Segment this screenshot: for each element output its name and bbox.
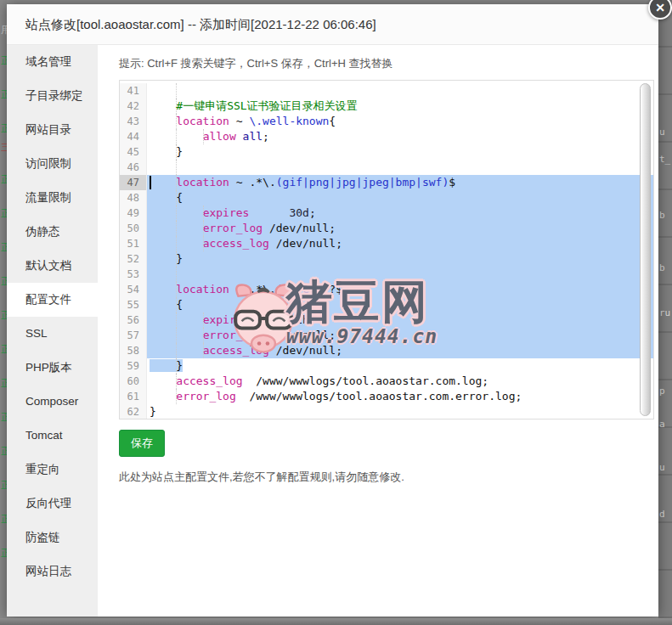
line-number: 50 [120,221,147,236]
sidebar-item[interactable]: 子目录绑定 [7,79,98,113]
close-icon: ✕ [655,1,665,14]
sidebar-item[interactable]: 配置文件 [7,283,98,317]
line-number: 48 [120,190,147,206]
code-line: 55 { [120,297,653,312]
code-text: } [147,404,653,419]
code-line: 53 [120,267,653,282]
footer-note: 此处为站点主配置文件,若您不了解配置规则,请勿随意修改. [119,470,658,485]
background-text-fragment: 正 [1,549,7,558]
code-line: 52 } [120,251,653,267]
code-line: 61 error_log /www/wwwlogs/tool.aoaostar.… [120,389,653,404]
main-panel: 提示: Ctrl+F 搜索关键字，Ctrl+S 保存，Ctrl+H 查找替换 4… [98,45,658,617]
text-cursor [150,176,151,189]
sidebar-item[interactable]: 防盗链 [7,521,98,555]
code-line: 50 error_log /dev/null; [120,221,653,236]
modal-header: 站点修改[tool.aoaostar.com] -- 添加时间[2021-12-… [7,4,658,45]
code-text: location ~ \.well-known{ [147,114,653,129]
background-text-fragment: 正 [1,481,7,490]
line-number: 43 [120,114,147,129]
code-text: expires 30d; [147,206,653,221]
background-text-fragment: 正 [1,124,7,133]
code-text: allow all; [147,129,653,144]
line-number: 55 [120,297,147,312]
sidebar-item[interactable]: Tomcat [7,419,98,453]
background-text-fragment: 正 [1,311,7,320]
background-text-fragment: 正 [1,345,7,354]
sidebar-item[interactable]: 伪静态 [7,215,98,249]
code-text: expires 12h; [147,312,653,328]
sidebar-item[interactable]: 网站目录 [7,113,98,147]
sidebar-item[interactable]: 默认文档 [7,249,98,283]
line-number: 41 [120,83,147,99]
code-text [147,160,653,175]
sidebar-item[interactable]: 访问限制 [7,147,98,181]
code-text: error_log /dev/null; [147,328,653,343]
sidebar-item[interactable]: SSL [7,317,98,351]
code-text: } [147,358,653,374]
modal-body: 域名管理子目录绑定网站目录访问限制流量限制伪静态默认文档配置文件SSLPHP版本… [7,45,658,617]
background-text-fragment: 正 [1,277,7,286]
code-text: location ~ .*\.(gif|png|jpg|jpeg|bmp|swf… [147,175,653,190]
background-text-fragment: ru [659,308,670,318]
code-text: #一键申请SSL证书验证目录相关设置 [147,99,653,114]
background-text-fragment: u [659,463,665,472]
background-text-fragment: 正 [1,56,7,65]
code-line: 59 } [120,358,653,374]
code-text: error_log /dev/null; [147,221,653,236]
code-line: 47 location ~ .*\.(gif|png|jpg|jpeg|bmp|… [120,175,653,190]
code-text: access_log /dev/null; [147,343,653,358]
modal-title: 站点修改[tool.aoaostar.com] -- 添加时间[2021-12-… [25,17,376,31]
line-number: 60 [120,374,147,389]
line-number: 59 [120,358,147,374]
sidebar-item[interactable]: 重定向 [7,453,98,487]
code-text: } [147,144,653,160]
sidebar-item[interactable]: PHP版本 [7,351,98,385]
code-line: 42 #一键申请SSL证书验证目录相关设置 [120,99,653,114]
line-number: 42 [120,99,147,114]
line-number: 61 [120,389,147,404]
page: 用正正正三正正正正正正正正正正正正 ut_bbrupaud 站点修改[tool.… [0,0,672,625]
code-line: 62} [120,404,653,419]
line-number: 62 [120,404,147,419]
code-line: 48 { [120,190,653,206]
background-text-fragment: 正 [1,379,7,388]
code-text: } [147,251,653,267]
background-text-fragment: 正 [1,175,7,184]
editor-scrollbar[interactable] [640,83,651,416]
code-line: 57 error_log /dev/null; [120,328,653,343]
sidebar-item[interactable]: 网站日志 [7,555,98,588]
background-text-fragment: 正 [1,413,7,422]
sidebar-item[interactable]: 域名管理 [7,45,98,79]
line-number: 47 [120,175,147,190]
code-line: 43 location ~ \.well-known{ [120,114,653,129]
background-text-fragment: 正 [1,447,7,456]
code-text: error_log /www/wwwlogs/tool.aoaostar.com… [147,389,653,404]
editor-hint: 提示: Ctrl+F 搜索关键字，Ctrl+S 保存，Ctrl+H 查找替换 [119,56,658,71]
save-button[interactable]: 保存 [119,430,165,457]
code-line: 51 access_log /dev/null; [120,236,653,251]
background-text-fragment: 正 [1,90,7,99]
line-number: 51 [120,236,147,251]
line-number: 46 [120,160,147,175]
background-text-fragment: 用 [1,25,7,35]
config-code-editor[interactable]: 4142 #一键申请SSL证书验证目录相关设置43 location ~ \.w… [119,80,654,419]
line-number: 57 [120,328,147,343]
code-text: access_log /dev/null; [147,236,653,251]
site-edit-modal: 站点修改[tool.aoaostar.com] -- 添加时间[2021-12-… [7,4,658,617]
line-number: 44 [120,129,147,144]
background-text-fragment: t_ [659,155,670,164]
code-line: 56 expires 12h; [120,312,653,328]
code-text [147,83,653,99]
code-text: location ~ .*\.(js|css)?$ [147,282,653,297]
line-number: 45 [120,144,147,160]
code-text [147,267,653,282]
sidebar-item[interactable]: 流量限制 [7,181,98,215]
background-text-fragment: 正 [1,243,7,252]
background-text-fragment: d [659,510,665,519]
line-number: 54 [120,282,147,297]
sidebar-item[interactable]: Composer [7,385,98,419]
code-line: 60 access_log /www/wwwlogs/tool.aoaostar… [120,374,653,389]
sidebar-item[interactable]: 反向代理 [7,487,98,521]
dimmed-background-right: ut_bbrupaud [658,0,672,625]
background-text-fragment: b [659,263,665,273]
